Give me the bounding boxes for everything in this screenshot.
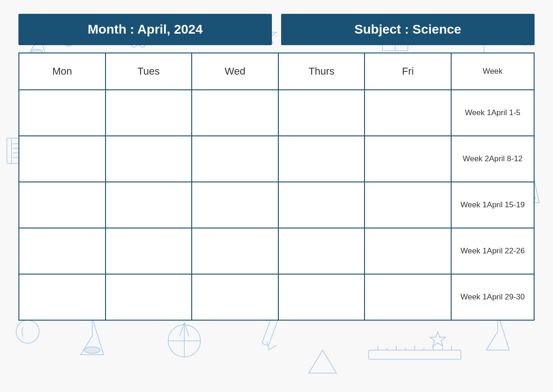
- data-cell-row2-col5[interactable]: [365, 136, 452, 182]
- data-cell-row1-col3[interactable]: [192, 90, 279, 136]
- data-cell-row3-col5[interactable]: [365, 182, 452, 228]
- month-header: Month : April, 2024: [18, 14, 272, 45]
- data-cell-row3-col1[interactable]: [19, 182, 106, 228]
- week-cell-row4: Week 1April 22-26: [452, 228, 535, 275]
- data-cell-row5-col4[interactable]: [279, 275, 365, 321]
- week-line1: Week 1: [460, 291, 487, 303]
- week-line2: April 22-26: [487, 245, 525, 257]
- calendar-grid: MonTuesWedThursFriWeekWeek 1April 1-5Wee…: [18, 53, 535, 321]
- week-line1: Week 1: [460, 245, 487, 257]
- day-header-fri: Fri: [365, 53, 452, 90]
- data-cell-row2-col4[interactable]: [279, 136, 365, 182]
- data-cell-row2-col2[interactable]: [106, 136, 193, 182]
- data-cell-row3-col3[interactable]: [192, 182, 279, 228]
- data-cell-row4-col1[interactable]: [19, 228, 106, 275]
- svg-point-31: [84, 347, 100, 353]
- data-cell-row4-col4[interactable]: [279, 228, 365, 275]
- data-cell-row1-col5[interactable]: [365, 90, 452, 136]
- week-cell-row1: Week 1April 1-5: [452, 90, 535, 136]
- day-header-thurs: Thurs: [279, 53, 365, 90]
- week-cell-row5: Week 1April 29-30: [452, 275, 535, 321]
- day-header-wed: Wed: [192, 53, 279, 90]
- month-label: Month : April, 2024: [88, 22, 202, 36]
- week-cell-row3: Week 1April 15-19: [452, 182, 535, 228]
- data-cell-row4-col2[interactable]: [106, 228, 193, 275]
- data-cell-row5-col1[interactable]: [19, 275, 106, 321]
- svg-rect-36: [369, 350, 461, 359]
- data-cell-row4-col5[interactable]: [365, 228, 452, 275]
- week-line2: April 15-19: [487, 199, 525, 211]
- data-cell-row5-col3[interactable]: [192, 275, 279, 321]
- week-line1: Week 2: [463, 153, 489, 165]
- data-cell-row2-col1[interactable]: [19, 136, 106, 182]
- day-header-week: Week: [452, 53, 535, 90]
- subject-label: Subject : Science: [354, 22, 461, 36]
- data-cell-row5-col2[interactable]: [106, 275, 193, 321]
- week-line1: Week 1: [460, 199, 487, 211]
- data-cell-row1-col2[interactable]: [106, 90, 193, 136]
- week-line2: April 1-5: [491, 107, 520, 119]
- header-row: Month : April, 2024 Subject : Science: [18, 14, 535, 45]
- data-cell-row1-col4[interactable]: [279, 90, 365, 136]
- subject-header: Subject : Science: [281, 14, 535, 45]
- data-cell-row4-col3[interactable]: [192, 228, 279, 275]
- data-cell-row3-col4[interactable]: [279, 182, 365, 228]
- data-cell-row5-col5[interactable]: [365, 275, 452, 321]
- data-cell-row2-col3[interactable]: [192, 136, 279, 182]
- week-line1: Week 1: [465, 107, 491, 119]
- day-header-mon: Mon: [19, 53, 106, 90]
- week-line2: April 8-12: [489, 153, 523, 165]
- data-cell-row3-col2[interactable]: [106, 182, 193, 228]
- week-cell-row2: Week 2April 8-12: [452, 136, 535, 182]
- data-cell-row1-col1[interactable]: [19, 90, 106, 136]
- day-header-tues: Tues: [106, 53, 193, 90]
- week-line2: April 29-30: [487, 291, 525, 303]
